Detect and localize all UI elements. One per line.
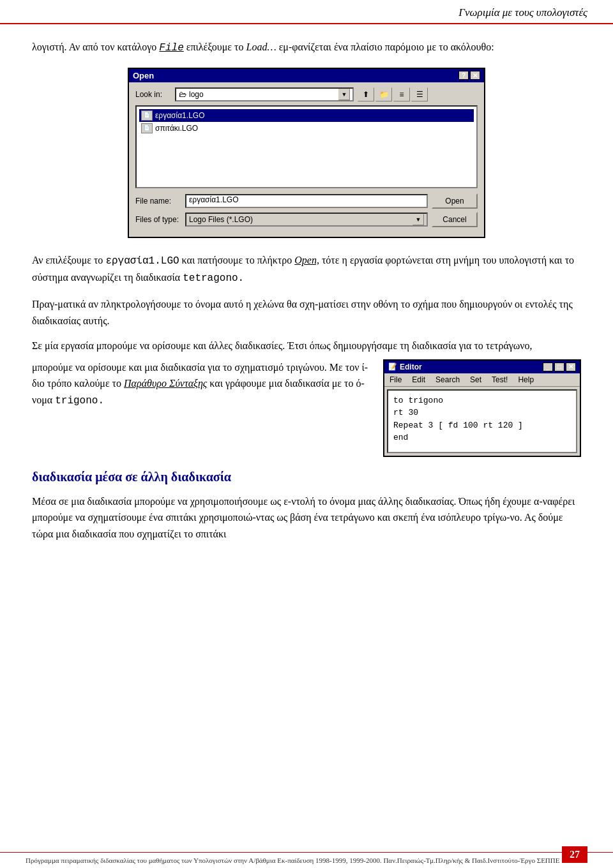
editor-window: 📝 Editor _ □ ✕ File Edit Search Set Test… bbox=[383, 359, 581, 457]
dialog-titlebar: Open ? ✕ bbox=[129, 69, 484, 82]
editor-menubar: File Edit Search Set Test! Help bbox=[384, 373, 580, 387]
toolbar-list-btn[interactable]: ≡ bbox=[393, 87, 410, 101]
para2-mono1: εργασία1.LGO bbox=[105, 255, 179, 267]
file-name-1: σπιτάκι.LGO bbox=[155, 124, 198, 133]
editor-minimize-btn[interactable]: _ bbox=[543, 363, 553, 371]
paragraph-5: Μέσα σε μια διαδικασία μπορούμε να χρησι… bbox=[32, 493, 581, 542]
section-heading: διαδικασία μέσα σε άλλη διαδικασία bbox=[32, 470, 581, 484]
file-name-input[interactable]: εργασία1.LGO bbox=[185, 194, 428, 208]
footer-text: Πρόγραμμα πειραματικής διδασκαλίας του μ… bbox=[26, 857, 559, 864]
cancel-button[interactable]: Cancel bbox=[432, 212, 478, 227]
paragraph-2: Αν επιλέξουμε το εργασία1.LGO και πατήσο… bbox=[32, 252, 581, 287]
file-name-0: εργασία1.LGO bbox=[155, 111, 204, 120]
menu-test[interactable]: Test! bbox=[489, 375, 510, 385]
toolbar-icons: ⬆ 📁 ≡ ☰ bbox=[358, 87, 428, 101]
dialog-title: Open bbox=[133, 71, 154, 80]
dialog-help-btn[interactable]: ? bbox=[458, 71, 469, 80]
file-type-arrow[interactable]: ▼ bbox=[412, 214, 424, 225]
look-in-label: Look in: bbox=[135, 90, 171, 99]
menu-set[interactable]: Set bbox=[467, 375, 484, 385]
file-name-label: File name: bbox=[135, 197, 181, 206]
file-icon-1: 📄 bbox=[141, 123, 153, 133]
editor-maximize-btn[interactable]: □ bbox=[554, 363, 564, 371]
file-type-row: Files of type: Logo Files (*.LGO) ▼ Canc… bbox=[135, 212, 478, 227]
intro-load: Load… bbox=[246, 41, 276, 52]
file-name-value: εργασία1.LGO bbox=[189, 195, 238, 204]
file-type-label: Files of type: bbox=[135, 215, 181, 224]
main-content: λογιστή. Αν από τον κατάλογο File επιλέξ… bbox=[0, 24, 613, 577]
col-left: μπορούμε να ορίσουμε και μια διαδικασία … bbox=[32, 359, 370, 410]
paragraph-3: Πραγ-ματικά αν πληκτρολογήσουμε το όνομα… bbox=[32, 296, 581, 329]
file-list-area: 📄 εργασία1.LGO 📄 σπιτάκι.LGO bbox=[135, 105, 478, 188]
para2-italic: Open, bbox=[294, 255, 319, 266]
code-line-0: to trigono bbox=[393, 394, 571, 407]
code-line-2: Repeat 3 [ fd 100 rt 120 ] bbox=[393, 419, 571, 432]
file-item-0[interactable]: 📄 εργασία1.LGO bbox=[139, 109, 474, 122]
code-line-1: rt 30 bbox=[393, 407, 571, 419]
editor-title-left: 📝 Editor bbox=[388, 363, 422, 371]
dialog-body: Look in: 🗁 logo ▼ ⬆ 📁 ≡ ☰ bbox=[129, 82, 484, 237]
menu-edit[interactable]: Edit bbox=[409, 375, 428, 385]
editor-titlebar-btns: _ □ ✕ bbox=[543, 363, 576, 371]
open-dialog: Open ? ✕ Look in: 🗁 logo ▼ ⬆ bbox=[128, 68, 485, 238]
page-footer: Πρόγραμμα πειραματικής διδασκαλίας του μ… bbox=[0, 852, 613, 868]
menu-search[interactable]: Search bbox=[433, 375, 462, 385]
toolbar-back-btn[interactable]: ⬆ bbox=[358, 87, 374, 101]
editor-titlebar: 📝 Editor _ □ ✕ bbox=[384, 361, 580, 373]
menu-help[interactable]: Help bbox=[515, 375, 536, 385]
editor-close-btn[interactable]: ✕ bbox=[566, 363, 576, 371]
editor-content[interactable]: to trigono rt 30 Repeat 3 [ fd 100 rt 12… bbox=[387, 389, 577, 453]
file-item-1[interactable]: 📄 σπιτάκι.LGO bbox=[139, 122, 474, 135]
para2-text1: Αν επιλέξουμε το bbox=[32, 255, 105, 266]
toolbar-newfolder-btn[interactable]: 📁 bbox=[375, 87, 392, 101]
file-type-combo[interactable]: Logo Files (*.LGO) ▼ bbox=[185, 213, 428, 227]
paragraph-4: Σε μία εργασία μπορούμε να ορίσουμε και … bbox=[32, 338, 581, 354]
header-title: Γνωριμία με τους υπολογιστές bbox=[458, 6, 587, 19]
file-icon-0: 📄 bbox=[141, 110, 153, 121]
page-number: 27 bbox=[562, 846, 587, 863]
dialog-close-btn[interactable]: ✕ bbox=[470, 71, 480, 80]
intro-paragraph: λογιστή. Αν από τον κατάλογο File επιλέξ… bbox=[32, 40, 581, 56]
look-in-row: Look in: 🗁 logo ▼ ⬆ 📁 ≡ ☰ bbox=[135, 87, 478, 101]
look-in-arrow[interactable]: ▼ bbox=[338, 89, 350, 100]
col-left-text: μπορούμε να ορίσουμε και μια διαδικασία … bbox=[32, 359, 370, 410]
col-right: 📝 Editor _ □ ✕ File Edit Search Set Test… bbox=[383, 359, 581, 457]
intro-file: File bbox=[159, 42, 183, 54]
intro-text-2: επιλέξουμε το bbox=[184, 41, 246, 52]
col-left-mono: trigono. bbox=[55, 395, 104, 407]
editor-title: Editor bbox=[400, 363, 422, 371]
toolbar-details-btn[interactable]: ☰ bbox=[411, 87, 428, 101]
intro-text-1: λογιστή. Αν από τον κατάλογο bbox=[32, 41, 159, 52]
open-dialog-wrapper: Open ? ✕ Look in: 🗁 logo ▼ ⬆ bbox=[128, 68, 485, 238]
file-name-row: File name: εργασία1.LGO Open bbox=[135, 193, 478, 209]
open-button[interactable]: Open bbox=[432, 193, 478, 209]
menu-file[interactable]: File bbox=[387, 375, 404, 385]
para2-text2: και πατήσουμε το πλήκτρο bbox=[179, 255, 295, 266]
col-left-italic: Παράθυρο Σύνταξης bbox=[124, 378, 207, 389]
file-type-value: Logo Files (*.LGO) bbox=[189, 215, 253, 224]
code-line-3: end bbox=[393, 431, 571, 444]
look-in-combo[interactable]: 🗁 logo ▼ bbox=[175, 87, 354, 101]
dialog-titlebar-buttons: ? ✕ bbox=[458, 71, 480, 80]
two-col-section: μπορούμε να ορίσουμε και μια διαδικασία … bbox=[32, 359, 581, 457]
page-header: Γνωριμία με τους υπολογιστές bbox=[0, 0, 613, 24]
intro-text-3: εμ-φανίζεται ένα πλαίσιο παρόμοιο με το … bbox=[276, 41, 494, 52]
para2-mono2: tetragono. bbox=[183, 273, 244, 284]
look-in-value: logo bbox=[189, 90, 204, 99]
